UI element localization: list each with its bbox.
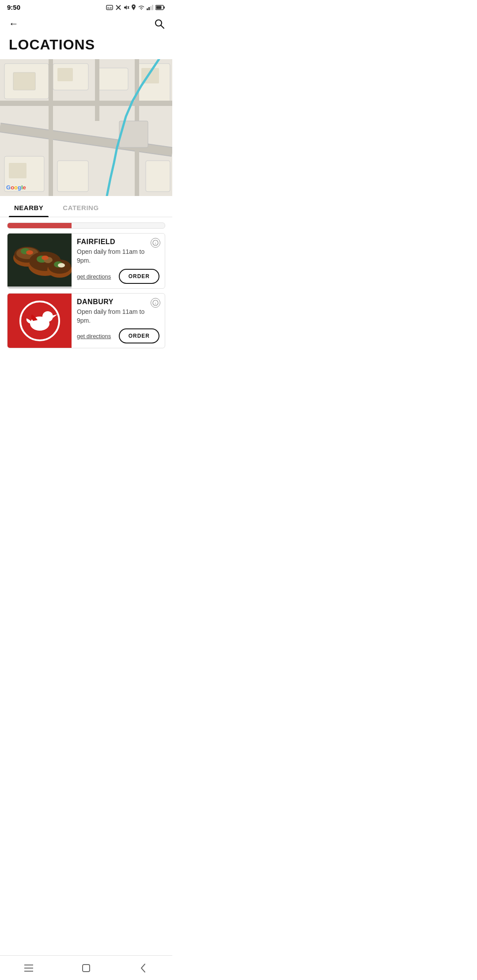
- partial-card: [7, 222, 165, 229]
- svg-rect-10: [150, 6, 151, 10]
- mute-icon: [123, 4, 129, 11]
- fairfield-directions[interactable]: get directions: [77, 273, 111, 280]
- x-icon: [115, 4, 121, 11]
- nav-home-button[interactable]: [73, 959, 99, 977]
- svg-text:DJI: DJI: [107, 7, 112, 9]
- danbury-actions: get directions ORDER: [77, 328, 159, 343]
- home-icon: [81, 963, 91, 973]
- locations-list: i FAIRFIELD Open daily from 11am to 9pm.…: [0, 217, 172, 354]
- list-item: i FAIRFIELD Open daily from 11am to 9pm.…: [7, 233, 165, 289]
- nav-back-button[interactable]: [130, 959, 157, 977]
- svg-point-56: [42, 311, 53, 322]
- svg-rect-11: [152, 5, 153, 10]
- svg-rect-32: [9, 163, 26, 178]
- tabs: NEARBY CATERING: [0, 197, 172, 217]
- fairfield-info: i FAIRFIELD Open daily from 11am to 9pm.…: [72, 234, 165, 288]
- svg-marker-4: [124, 5, 127, 10]
- page-title: LOCATIONS: [0, 33, 172, 59]
- battery-icon: [155, 5, 165, 10]
- svg-rect-19: [13, 72, 35, 90]
- tab-nearby[interactable]: NEARBY: [9, 197, 49, 217]
- svg-rect-14: [156, 6, 162, 9]
- fairfield-info-icon[interactable]: i: [151, 238, 160, 248]
- signal-icon: [147, 5, 154, 10]
- svg-text:Google: Google: [6, 184, 26, 191]
- svg-text:i: i: [155, 302, 156, 305]
- map-container[interactable]: Google: [0, 59, 172, 196]
- back-button[interactable]: ←: [7, 16, 20, 31]
- danbury-order-button[interactable]: ORDER: [119, 328, 159, 343]
- danbury-info-icon[interactable]: i: [151, 298, 160, 308]
- svg-rect-33: [57, 161, 88, 192]
- svg-rect-8: [147, 8, 148, 10]
- food-image: [8, 234, 72, 286]
- svg-point-51: [58, 263, 65, 268]
- location-icon: [131, 4, 136, 11]
- fairfield-name: FAIRFIELD: [77, 238, 159, 246]
- fairfield-actions: get directions ORDER: [77, 269, 159, 284]
- dji-icon: DJI: [106, 4, 114, 11]
- svg-rect-62: [83, 965, 90, 972]
- svg-rect-21: [57, 68, 73, 81]
- fairfield-image: [8, 234, 72, 288]
- danbury-image: [8, 294, 72, 348]
- svg-text:i: i: [155, 241, 156, 245]
- search-button[interactable]: [154, 18, 165, 30]
- restaurant-logo: [18, 299, 62, 343]
- map-svg: Google: [0, 59, 172, 196]
- svg-rect-22: [97, 68, 128, 90]
- danbury-hours: Open daily from 11am to 9pm.: [77, 308, 159, 325]
- svg-rect-34: [146, 161, 170, 192]
- svg-rect-9: [148, 7, 150, 10]
- svg-point-7: [133, 6, 134, 7]
- danbury-directions[interactable]: get directions: [77, 333, 111, 339]
- svg-line-16: [161, 26, 164, 29]
- danbury-logo-bg: [8, 294, 72, 348]
- danbury-name: DANBURY: [77, 298, 159, 306]
- bottom-nav: [0, 955, 172, 980]
- danbury-info: i DANBURY Open daily from 11am to 9pm. g…: [72, 294, 165, 348]
- back-nav-icon: [140, 963, 148, 973]
- svg-point-47: [42, 256, 49, 260]
- tab-catering[interactable]: CATERING: [57, 197, 104, 217]
- menu-icon: [23, 964, 34, 972]
- nav-menu-button[interactable]: [15, 959, 42, 977]
- fairfield-hours: Open daily from 11am to 9pm.: [77, 248, 159, 265]
- status-time: 9:50: [7, 4, 20, 11]
- top-nav: ←: [0, 13, 172, 33]
- svg-rect-13: [164, 6, 165, 8]
- fairfield-order-button[interactable]: ORDER: [119, 269, 159, 284]
- svg-point-42: [26, 250, 33, 255]
- list-item: i DANBURY Open daily from 11am to 9pm. g…: [7, 293, 165, 348]
- status-bar: 9:50 DJI: [0, 0, 172, 13]
- wifi-icon: [138, 5, 145, 10]
- status-icons: DJI: [106, 4, 165, 11]
